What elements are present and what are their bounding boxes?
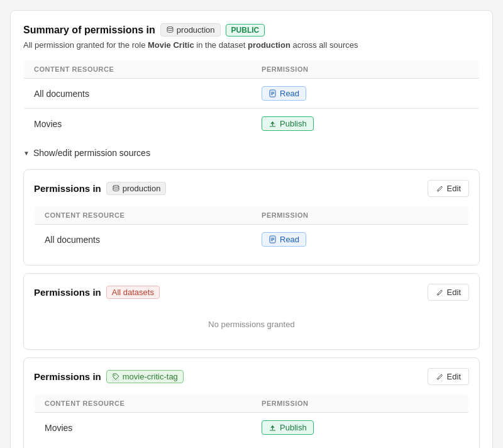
dataset-name-desc: production [248,40,290,50]
tag-badge: movie-critic-tag [106,370,184,383]
public-badge: PUBLIC [226,24,265,36]
section-production-header: Permissions in production Edit [34,180,469,197]
resource-movies: Movies [24,109,252,139]
section-tag-header: Permissions in movie-critic-tag Edit [34,368,469,385]
production-table: CONTENT RESOURCE PERMISSION All document… [34,206,469,255]
col-header-permission: PERMISSION [252,395,469,413]
pencil-icon [436,184,444,193]
pencil-icon [436,372,444,381]
section-all-datasets-title: Permissions in All datasets [34,286,160,299]
database-icon [166,26,174,34]
production-badge: production [106,182,167,195]
publish-icon [268,120,277,128]
summary-description: All permission granted for the role Movi… [23,40,480,50]
dataset-name: production [177,25,215,35]
svg-point-12 [114,375,115,376]
table-header: CONTENT RESOURCE PERMISSION [35,206,469,225]
tag-table: CONTENT RESOURCE PERMISSION Movies Publi… [34,394,469,443]
section-all-datasets: Permissions in All datasets Edit No perm… [23,273,480,350]
edit-tag-button[interactable]: Edit [428,368,469,385]
edit-production-button[interactable]: Edit [428,180,469,197]
read-badge: Read [262,232,306,247]
table-row: Movies Publish [35,413,469,443]
sections-container: Permissions in production Edit [23,169,480,448]
table-row: All documents Read [24,79,480,109]
col-header-permission: PERMISSION [252,206,469,225]
svg-point-0 [167,27,173,29]
show-edit-toggle[interactable]: ▼ Show/edit permission sources [23,142,480,164]
main-container: Summary of permissions in production PUB… [10,10,493,448]
table-header: CONTENT RESOURCE PERMISSION [24,60,480,79]
summary-table: CONTENT RESOURCE PERMISSION All document… [23,60,480,139]
section-tag-title: Permissions in movie-critic-tag [34,370,184,383]
resource-movies: Movies [35,413,252,443]
read-icon [268,235,277,244]
publish-badge: Publish [262,116,314,131]
permission-read: Read [252,225,469,255]
table-row: Movies Publish [24,109,480,139]
section-production-title: Permissions in production [34,182,166,195]
edit-all-datasets-button[interactable]: Edit [428,284,469,301]
section-all-datasets-header: Permissions in All datasets Edit [34,284,469,301]
table-header: CONTENT RESOURCE PERMISSION [35,395,469,413]
publish-icon [268,423,277,432]
db-icon [112,184,120,193]
summary-header: Summary of permissions in production PUB… [23,23,480,36]
permission-publish: Publish [252,109,480,139]
no-permissions-text: No permissions granted [34,310,469,339]
col-header-resource: CONTENT RESOURCE [35,395,252,413]
publish-badge: Publish [262,420,314,435]
section-production: Permissions in production Edit [23,169,480,266]
read-icon [268,89,277,98]
col-header-permission: PERMISSION [252,60,480,79]
triangle-icon: ▼ [23,150,30,157]
col-header-resource: CONTENT RESOURCE [35,206,252,225]
col-header-resource: CONTENT RESOURCE [24,60,252,79]
resource-all-docs: All documents [35,225,252,255]
tag-icon [112,372,120,381]
pencil-icon [436,288,444,296]
all-datasets-badge: All datasets [106,286,160,299]
resource-all-docs: All documents [24,79,252,109]
permission-publish: Publish [252,413,469,443]
table-row: All documents Read [35,225,469,255]
summary-dataset-badge: production [160,23,221,36]
section-movie-critic-tag: Permissions in movie-critic-tag Edit [23,357,480,448]
permission-read: Read [252,79,480,109]
summary-title: Summary of permissions in [23,25,155,36]
svg-point-7 [113,186,119,188]
role-name: Movie Critic [148,40,194,50]
show-edit-label: Show/edit permission sources [33,148,150,158]
read-badge: Read [262,86,306,101]
